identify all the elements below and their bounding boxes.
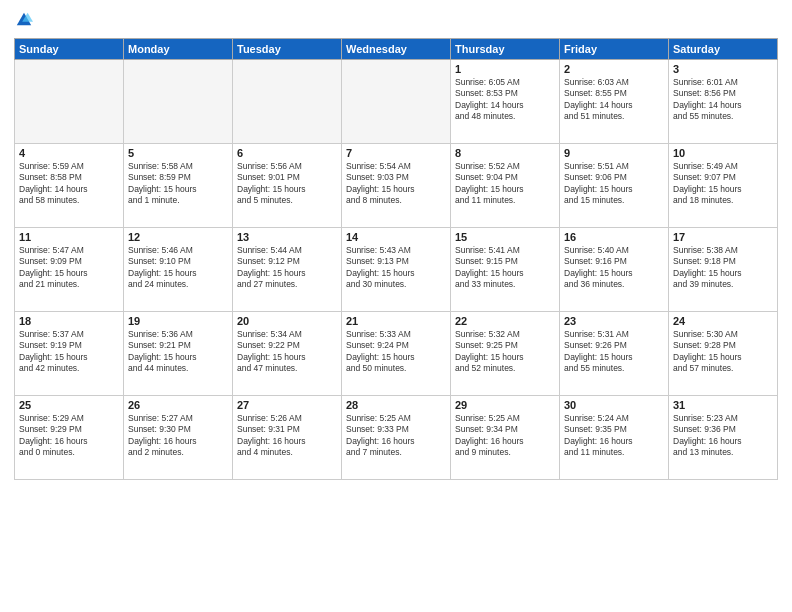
- day-number: 5: [128, 147, 228, 159]
- cell-content: Sunrise: 5:59 AM Sunset: 8:58 PM Dayligh…: [19, 161, 119, 207]
- day-number: 16: [564, 231, 664, 243]
- cell-content: Sunrise: 5:36 AM Sunset: 9:21 PM Dayligh…: [128, 329, 228, 375]
- calendar-cell: 20Sunrise: 5:34 AM Sunset: 9:22 PM Dayli…: [233, 312, 342, 396]
- calendar-cell: 5Sunrise: 5:58 AM Sunset: 8:59 PM Daylig…: [124, 144, 233, 228]
- day-number: 25: [19, 399, 119, 411]
- calendar-cell: 10Sunrise: 5:49 AM Sunset: 9:07 PM Dayli…: [669, 144, 778, 228]
- calendar-cell: 24Sunrise: 5:30 AM Sunset: 9:28 PM Dayli…: [669, 312, 778, 396]
- calendar-cell: 17Sunrise: 5:38 AM Sunset: 9:18 PM Dayli…: [669, 228, 778, 312]
- calendar-cell: [15, 60, 124, 144]
- day-number: 10: [673, 147, 773, 159]
- calendar-cell: 23Sunrise: 5:31 AM Sunset: 9:26 PM Dayli…: [560, 312, 669, 396]
- day-number: 1: [455, 63, 555, 75]
- day-number: 24: [673, 315, 773, 327]
- cell-content: Sunrise: 5:27 AM Sunset: 9:30 PM Dayligh…: [128, 413, 228, 459]
- day-number: 2: [564, 63, 664, 75]
- day-header-saturday: Saturday: [669, 39, 778, 60]
- calendar-cell: 9Sunrise: 5:51 AM Sunset: 9:06 PM Daylig…: [560, 144, 669, 228]
- day-header-friday: Friday: [560, 39, 669, 60]
- cell-content: Sunrise: 5:26 AM Sunset: 9:31 PM Dayligh…: [237, 413, 337, 459]
- calendar-cell: 7Sunrise: 5:54 AM Sunset: 9:03 PM Daylig…: [342, 144, 451, 228]
- cell-content: Sunrise: 5:37 AM Sunset: 9:19 PM Dayligh…: [19, 329, 119, 375]
- calendar-cell: 3Sunrise: 6:01 AM Sunset: 8:56 PM Daylig…: [669, 60, 778, 144]
- day-number: 20: [237, 315, 337, 327]
- day-number: 14: [346, 231, 446, 243]
- cell-content: Sunrise: 5:47 AM Sunset: 9:09 PM Dayligh…: [19, 245, 119, 291]
- day-number: 13: [237, 231, 337, 243]
- cell-content: Sunrise: 5:54 AM Sunset: 9:03 PM Dayligh…: [346, 161, 446, 207]
- day-number: 6: [237, 147, 337, 159]
- cell-content: Sunrise: 5:30 AM Sunset: 9:28 PM Dayligh…: [673, 329, 773, 375]
- calendar-cell: 22Sunrise: 5:32 AM Sunset: 9:25 PM Dayli…: [451, 312, 560, 396]
- calendar-cell: 27Sunrise: 5:26 AM Sunset: 9:31 PM Dayli…: [233, 396, 342, 480]
- logo: [14, 10, 33, 32]
- header: [14, 10, 778, 32]
- calendar-cell: 6Sunrise: 5:56 AM Sunset: 9:01 PM Daylig…: [233, 144, 342, 228]
- calendar-cell: 26Sunrise: 5:27 AM Sunset: 9:30 PM Dayli…: [124, 396, 233, 480]
- day-number: 3: [673, 63, 773, 75]
- cell-content: Sunrise: 5:23 AM Sunset: 9:36 PM Dayligh…: [673, 413, 773, 459]
- day-number: 11: [19, 231, 119, 243]
- calendar-cell: 29Sunrise: 5:25 AM Sunset: 9:34 PM Dayli…: [451, 396, 560, 480]
- week-row-4: 25Sunrise: 5:29 AM Sunset: 9:29 PM Dayli…: [15, 396, 778, 480]
- cell-content: Sunrise: 5:52 AM Sunset: 9:04 PM Dayligh…: [455, 161, 555, 207]
- day-number: 4: [19, 147, 119, 159]
- cell-content: Sunrise: 5:49 AM Sunset: 9:07 PM Dayligh…: [673, 161, 773, 207]
- day-number: 15: [455, 231, 555, 243]
- day-header-monday: Monday: [124, 39, 233, 60]
- cell-content: Sunrise: 5:29 AM Sunset: 9:29 PM Dayligh…: [19, 413, 119, 459]
- day-number: 28: [346, 399, 446, 411]
- calendar-cell: 30Sunrise: 5:24 AM Sunset: 9:35 PM Dayli…: [560, 396, 669, 480]
- calendar-cell: 31Sunrise: 5:23 AM Sunset: 9:36 PM Dayli…: [669, 396, 778, 480]
- cell-content: Sunrise: 5:24 AM Sunset: 9:35 PM Dayligh…: [564, 413, 664, 459]
- cell-content: Sunrise: 5:34 AM Sunset: 9:22 PM Dayligh…: [237, 329, 337, 375]
- day-number: 9: [564, 147, 664, 159]
- header-row: SundayMondayTuesdayWednesdayThursdayFrid…: [15, 39, 778, 60]
- day-number: 29: [455, 399, 555, 411]
- cell-content: Sunrise: 5:40 AM Sunset: 9:16 PM Dayligh…: [564, 245, 664, 291]
- calendar-cell: 4Sunrise: 5:59 AM Sunset: 8:58 PM Daylig…: [15, 144, 124, 228]
- day-number: 7: [346, 147, 446, 159]
- calendar-cell: [342, 60, 451, 144]
- cell-content: Sunrise: 5:58 AM Sunset: 8:59 PM Dayligh…: [128, 161, 228, 207]
- day-number: 12: [128, 231, 228, 243]
- calendar-cell: 18Sunrise: 5:37 AM Sunset: 9:19 PM Dayli…: [15, 312, 124, 396]
- cell-content: Sunrise: 5:32 AM Sunset: 9:25 PM Dayligh…: [455, 329, 555, 375]
- day-header-thursday: Thursday: [451, 39, 560, 60]
- cell-content: Sunrise: 5:41 AM Sunset: 9:15 PM Dayligh…: [455, 245, 555, 291]
- calendar-cell: 12Sunrise: 5:46 AM Sunset: 9:10 PM Dayli…: [124, 228, 233, 312]
- cell-content: Sunrise: 5:56 AM Sunset: 9:01 PM Dayligh…: [237, 161, 337, 207]
- day-number: 30: [564, 399, 664, 411]
- day-number: 19: [128, 315, 228, 327]
- calendar-cell: 19Sunrise: 5:36 AM Sunset: 9:21 PM Dayli…: [124, 312, 233, 396]
- calendar-cell: 11Sunrise: 5:47 AM Sunset: 9:09 PM Dayli…: [15, 228, 124, 312]
- calendar-cell: 25Sunrise: 5:29 AM Sunset: 9:29 PM Dayli…: [15, 396, 124, 480]
- week-row-3: 18Sunrise: 5:37 AM Sunset: 9:19 PM Dayli…: [15, 312, 778, 396]
- logo-icon: [15, 10, 33, 28]
- calendar-cell: 14Sunrise: 5:43 AM Sunset: 9:13 PM Dayli…: [342, 228, 451, 312]
- calendar-cell: 13Sunrise: 5:44 AM Sunset: 9:12 PM Dayli…: [233, 228, 342, 312]
- calendar-cell: 16Sunrise: 5:40 AM Sunset: 9:16 PM Dayli…: [560, 228, 669, 312]
- day-header-wednesday: Wednesday: [342, 39, 451, 60]
- day-header-tuesday: Tuesday: [233, 39, 342, 60]
- cell-content: Sunrise: 5:44 AM Sunset: 9:12 PM Dayligh…: [237, 245, 337, 291]
- calendar-cell: 28Sunrise: 5:25 AM Sunset: 9:33 PM Dayli…: [342, 396, 451, 480]
- cell-content: Sunrise: 5:51 AM Sunset: 9:06 PM Dayligh…: [564, 161, 664, 207]
- day-number: 31: [673, 399, 773, 411]
- cell-content: Sunrise: 6:05 AM Sunset: 8:53 PM Dayligh…: [455, 77, 555, 123]
- week-row-0: 1Sunrise: 6:05 AM Sunset: 8:53 PM Daylig…: [15, 60, 778, 144]
- cell-content: Sunrise: 5:43 AM Sunset: 9:13 PM Dayligh…: [346, 245, 446, 291]
- week-row-1: 4Sunrise: 5:59 AM Sunset: 8:58 PM Daylig…: [15, 144, 778, 228]
- day-number: 26: [128, 399, 228, 411]
- day-number: 27: [237, 399, 337, 411]
- cell-content: Sunrise: 5:25 AM Sunset: 9:34 PM Dayligh…: [455, 413, 555, 459]
- calendar-cell: 15Sunrise: 5:41 AM Sunset: 9:15 PM Dayli…: [451, 228, 560, 312]
- week-row-2: 11Sunrise: 5:47 AM Sunset: 9:09 PM Dayli…: [15, 228, 778, 312]
- day-number: 21: [346, 315, 446, 327]
- cell-content: Sunrise: 5:31 AM Sunset: 9:26 PM Dayligh…: [564, 329, 664, 375]
- day-number: 23: [564, 315, 664, 327]
- calendar-cell: 1Sunrise: 6:05 AM Sunset: 8:53 PM Daylig…: [451, 60, 560, 144]
- calendar-cell: [233, 60, 342, 144]
- day-header-sunday: Sunday: [15, 39, 124, 60]
- cell-content: Sunrise: 6:01 AM Sunset: 8:56 PM Dayligh…: [673, 77, 773, 123]
